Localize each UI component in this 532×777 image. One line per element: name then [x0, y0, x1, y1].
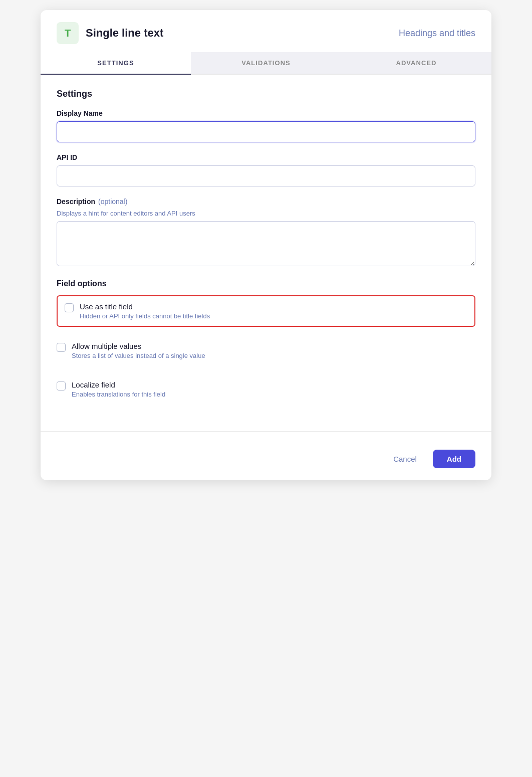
checkbox-allow-multiple[interactable]	[57, 343, 66, 352]
field-type-title: Single line text	[86, 27, 163, 40]
checkbox-localize-field[interactable]	[57, 381, 66, 391]
description-hint: Displays a hint for content editors and …	[57, 210, 475, 217]
description-input[interactable]	[57, 221, 475, 266]
tab-advanced[interactable]: ADVANCED	[341, 52, 491, 74]
description-group: Description (optional) Displays a hint f…	[57, 198, 475, 268]
display-name-group: Display Name	[57, 109, 475, 142]
tabs-container: SETTINGS VALIDATIONS ADVANCED	[41, 52, 491, 75]
settings-section-title: Settings	[57, 89, 475, 99]
option-allow-multiple-desc: Stores a list of values instead of a sin…	[72, 352, 205, 359]
modal-scroll-area: Settings Display Name API ID Description…	[41, 75, 491, 427]
option-allow-multiple-label: Allow multiple values	[72, 342, 205, 350]
modal-content: Settings Display Name API ID Description…	[41, 75, 491, 427]
api-id-label: API ID	[57, 153, 475, 161]
display-name-label: Display Name	[57, 109, 475, 117]
field-options-title: Field options	[57, 279, 475, 288]
field-type-icon: T	[57, 22, 79, 44]
api-id-input[interactable]	[57, 165, 475, 186]
option-localize-label: Localize field	[72, 380, 165, 389]
tab-settings[interactable]: SETTINGS	[41, 52, 191, 74]
description-optional: (optional)	[98, 198, 127, 206]
api-id-group: API ID	[57, 153, 475, 186]
option-use-as-title: Use as title field Hidden or API only fi…	[57, 295, 475, 327]
display-name-input[interactable]	[57, 121, 475, 142]
modal-header: T Single line text Headings and titles	[41, 10, 491, 52]
header-left: T Single line text	[57, 22, 163, 44]
option-allow-multiple: Allow multiple values Stores a list of v…	[57, 336, 475, 365]
option-localize-desc: Enables translations for this field	[72, 391, 165, 398]
checkbox-use-as-title[interactable]	[65, 303, 74, 312]
group-label: Headings and titles	[399, 28, 475, 39]
option-localize-field: Localize field Enables translations for …	[57, 374, 475, 404]
cancel-button[interactable]: Cancel	[384, 450, 426, 468]
footer-divider	[41, 431, 491, 432]
modal-footer: Cancel Add	[41, 442, 491, 480]
option-use-as-title-label: Use as title field	[80, 302, 210, 311]
option-use-as-title-desc: Hidden or API only fields cannot be titl…	[80, 312, 210, 320]
add-button[interactable]: Add	[433, 450, 475, 468]
description-label: Description (optional)	[57, 198, 475, 206]
modal-container: T Single line text Headings and titles S…	[41, 10, 491, 480]
tab-validations[interactable]: VALIDATIONS	[191, 52, 341, 74]
